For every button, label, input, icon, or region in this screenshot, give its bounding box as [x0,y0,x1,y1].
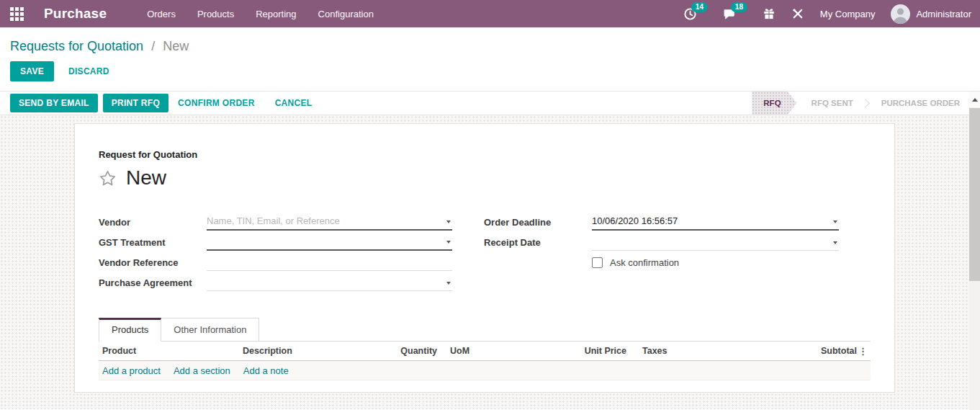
activity-count-badge: 14 [691,2,708,12]
stage-purchase-order[interactable]: PURCHASE ORDER [877,99,964,107]
tab-products[interactable]: Products [99,318,161,342]
column-description[interactable]: Description [243,346,397,356]
scrollbar-up-button[interactable] [969,92,980,107]
stage-rfq[interactable]: RFQ [752,92,796,115]
tools-icon [791,7,804,20]
whats-new-button[interactable] [763,7,776,20]
purchase-agreement-field[interactable] [207,277,452,290]
print-rfq-button[interactable]: PRINT RFQ [103,94,168,112]
user-menu[interactable]: Administrator [916,9,971,19]
receipt-date-dropdown-caret-icon[interactable] [833,241,837,244]
menu-reporting[interactable]: Reporting [256,9,296,19]
vendor-field[interactable] [207,215,452,229]
discard-button[interactable]: DISCARD [64,61,114,81]
add-a-section-link[interactable]: Add a section [174,365,230,376]
order-deadline-field[interactable] [592,215,839,229]
add-a-product-link[interactable]: Add a product [102,365,161,376]
column-subtotal[interactable]: Subtotal [774,346,857,356]
messages-button[interactable]: 18 [723,7,737,21]
receipt-date-label: Receipt Date [484,237,592,248]
sheet-label: Request for Quotation [99,149,871,160]
apps-menu-icon[interactable] [10,7,24,21]
cancel-button[interactable]: CANCEL [271,93,317,113]
avatar[interactable] [891,4,910,24]
purchase-agreement-label: Purchase Agreement [99,277,207,288]
gst-treatment-label: GST Treatment [99,237,207,248]
topbar: Purchase Orders Products Reporting Confi… [0,0,980,27]
send-by-email-button[interactable]: SEND BY EMAIL [10,94,98,112]
chevron-right-icon [860,99,870,108]
column-uom[interactable]: UoM [437,346,570,356]
notebook-tabs: Products Other Information [99,318,871,342]
column-quantity[interactable]: Quantity [397,346,437,356]
activities-button[interactable]: 14 [683,7,697,21]
vendor-label: Vendor [99,217,207,228]
statusbar: SEND BY EMAIL PRINT RFQ CONFIRM ORDER CA… [0,91,980,115]
breadcrumb-separator: / [151,39,155,53]
scrollbar-thumb[interactable] [969,108,980,281]
confirm-order-button[interactable]: CONFIRM ORDER [174,93,259,113]
column-unit-price[interactable]: Unit Price [570,346,626,356]
gst-treatment-dropdown-caret-icon[interactable] [446,241,451,244]
form-sheet: Request for Quotation New Vendor GST Tre… [74,123,895,393]
breadcrumb-parent[interactable]: Requests for Quotation [10,39,143,53]
app-title[interactable]: Purchase [44,6,107,22]
breadcrumb-current: New [163,39,189,53]
tools-button[interactable] [791,7,804,20]
order-deadline-dropdown-caret-icon[interactable] [833,220,837,223]
vendor-reference-field[interactable] [207,257,452,270]
tab-other-information[interactable]: Other Information [161,318,259,341]
record-title: New [126,166,166,190]
column-taxes[interactable]: Taxes [626,346,774,356]
field-grid: Vendor GST Treatment Vendor Reference [99,212,871,293]
ask-confirmation-checkbox[interactable] [592,257,603,268]
top-navigation: Orders Products Reporting Configuration [147,9,374,19]
vertical-scrollbar[interactable] [969,92,980,410]
menu-products[interactable]: Products [197,9,234,19]
order-lines-add-row: Add a product Add a section Add a note [99,361,871,380]
column-options-icon[interactable]: ⋮ [858,346,868,357]
add-a-note-link[interactable]: Add a note [243,365,289,376]
ask-confirmation-label: Ask confirmation [610,257,679,268]
vendor-reference-label: Vendor Reference [99,257,207,268]
stage-rfq-sent[interactable]: RFQ SENT [807,99,858,107]
menu-configuration[interactable]: Configuration [318,9,374,19]
vendor-dropdown-caret-icon[interactable] [446,220,451,223]
column-product[interactable]: Product [102,346,243,356]
receipt-date-field[interactable] [592,236,839,250]
chevron-up-icon [972,98,978,102]
message-count-badge: 18 [731,2,747,12]
status-pipeline: RFQ RFQ SENT PURCHASE ORDER [752,92,964,115]
form-view-background: Request for Quotation New Vendor GST Tre… [0,115,980,409]
company-switcher[interactable]: My Company [820,9,876,19]
purchase-agreement-dropdown-caret-icon[interactable] [446,282,451,285]
order-deadline-label: Order Deadline [484,217,592,228]
favorite-star-icon[interactable] [99,169,117,187]
order-lines-header: Product Description Quantity UoM Unit Pr… [99,342,871,361]
save-button[interactable]: SAVE [10,61,54,81]
gst-treatment-field[interactable] [207,236,452,249]
topbar-right: 14 18 My Company Administrator [683,4,971,24]
gift-icon [763,7,776,20]
breadcrumb: Requests for Quotation / New [0,27,980,54]
record-actions: SAVE DISCARD [0,54,980,81]
menu-orders[interactable]: Orders [147,9,176,19]
